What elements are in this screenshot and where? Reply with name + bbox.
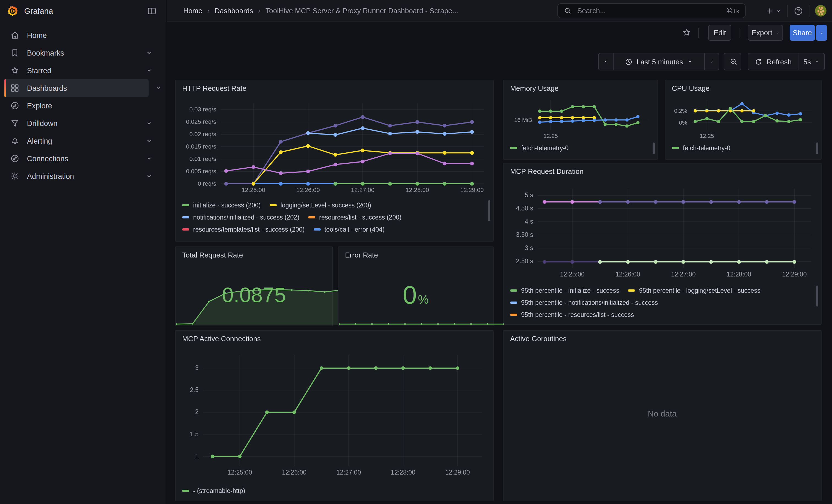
time-range-picker[interactable]: Last 5 minutes bbox=[613, 53, 704, 70]
panel-title[interactable]: CPU Usage bbox=[672, 84, 709, 92]
sidebar-item-label: Starred bbox=[27, 66, 51, 75]
svg-text:0.02 req/s: 0.02 req/s bbox=[189, 131, 216, 137]
legend-item[interactable]: resources/list - success (200) bbox=[308, 214, 401, 221]
sidebar-item-administration[interactable]: Administration bbox=[4, 167, 161, 185]
legend-item[interactable]: tools/call - error (404) bbox=[313, 226, 385, 233]
chart-legend: fetch-telemetry-0 bbox=[672, 142, 813, 155]
panel-active-goroutines: Active Goroutines No data bbox=[503, 330, 822, 501]
breadcrumb-item[interactable]: Dashboards bbox=[215, 7, 253, 15]
legend-scrollbar[interactable] bbox=[816, 142, 818, 154]
sidebar-item-connections[interactable]: Connections bbox=[4, 150, 161, 167]
legend-label: initialize - success (200) bbox=[193, 202, 261, 209]
panel-mcp-request-duration: MCP Request Duration 5 s4.50 s4 s3.50 s3… bbox=[503, 163, 822, 325]
bell-icon bbox=[9, 135, 20, 147]
sidebar-item-alerting[interactable]: Alerting bbox=[4, 132, 161, 150]
drilldown-icon bbox=[9, 118, 20, 129]
sidebar-header: Grafana bbox=[0, 0, 166, 22]
edit-button[interactable]: Edit bbox=[708, 25, 731, 41]
legend-scrollbar[interactable] bbox=[816, 286, 818, 307]
svg-text:12:27:00: 12:27:00 bbox=[351, 187, 374, 193]
breadcrumb-item[interactable]: Home bbox=[183, 7, 202, 15]
sidebar-item-label: Dashboards bbox=[27, 84, 67, 92]
legend-color-chip bbox=[510, 301, 517, 304]
panel-title[interactable]: Error Rate bbox=[345, 251, 378, 259]
help-icon[interactable] bbox=[794, 6, 803, 16]
time-forward-button[interactable] bbox=[704, 53, 719, 70]
breadcrumb: Home›Dashboards›ToolHive MCP Server & Pr… bbox=[183, 0, 458, 22]
legend-color-chip bbox=[269, 204, 277, 206]
chevron-down-icon[interactable] bbox=[154, 84, 163, 92]
time-back-button[interactable] bbox=[599, 53, 613, 70]
legend-color-chip bbox=[510, 147, 517, 149]
svg-text:12:25: 12:25 bbox=[700, 133, 714, 139]
chevron-down-icon[interactable] bbox=[145, 154, 154, 163]
sidebar-item-label: Bookmarks bbox=[27, 49, 64, 57]
export-button[interactable]: Export bbox=[748, 25, 783, 41]
panel-title[interactable]: MCP Request Duration bbox=[510, 167, 583, 176]
legend-color-chip bbox=[510, 314, 517, 316]
svg-text:12:28:00: 12:28:00 bbox=[406, 187, 429, 193]
svg-text:4.50 s: 4.50 s bbox=[516, 205, 533, 212]
legend-item[interactable]: resources/templates/list - success (200) bbox=[182, 226, 305, 233]
chevron-down-icon[interactable] bbox=[145, 136, 154, 145]
search-input[interactable] bbox=[576, 6, 726, 16]
panel-title[interactable]: Memory Usage bbox=[510, 84, 558, 92]
sidebar-item-explore[interactable]: Explore bbox=[4, 97, 161, 114]
legend-item[interactable]: 95th percentile - logging/setLevel - suc… bbox=[628, 287, 760, 294]
search-box[interactable]: ⌘+k bbox=[557, 3, 746, 18]
sidebar-item-bookmarks[interactable]: Bookmarks bbox=[4, 44, 161, 62]
chevron-down-icon[interactable] bbox=[145, 172, 154, 181]
plug-icon bbox=[9, 153, 20, 164]
legend-item[interactable]: logging/setLevel - success (200) bbox=[269, 202, 371, 209]
legend-item[interactable]: notifications/initialized - success (202… bbox=[182, 214, 300, 221]
sidebar-item-starred[interactable]: Starred bbox=[4, 62, 161, 79]
legend-color-chip bbox=[510, 289, 517, 292]
panel-title[interactable]: Total Request Rate bbox=[182, 251, 243, 259]
svg-text:12:26:00: 12:26:00 bbox=[296, 187, 320, 193]
chevron-down-icon[interactable] bbox=[145, 66, 154, 75]
zoom-out-button[interactable] bbox=[724, 53, 741, 71]
legend-color-chip bbox=[628, 289, 635, 292]
sidebar-item-dashboards[interactable]: Dashboards bbox=[4, 79, 149, 97]
panel-title[interactable]: HTTP Request Rate bbox=[182, 84, 246, 92]
search-icon bbox=[564, 7, 572, 15]
bookmark-icon bbox=[9, 47, 20, 58]
share-button[interactable]: Share bbox=[790, 25, 815, 41]
panel-title[interactable]: MCP Active Connections bbox=[182, 335, 261, 343]
svg-text:3.50 s: 3.50 s bbox=[516, 231, 533, 238]
chevron-down-icon[interactable] bbox=[145, 48, 154, 57]
topbar: Home›Dashboards›ToolHive MCP Server & Pr… bbox=[167, 0, 832, 22]
svg-text:12:29:00: 12:29:00 bbox=[445, 469, 470, 476]
panel-title[interactable]: Active Goroutines bbox=[510, 335, 567, 343]
svg-text:0 req/s: 0 req/s bbox=[198, 180, 216, 187]
panel-toggle-icon[interactable] bbox=[145, 4, 159, 18]
sidebar-item-home[interactable]: Home bbox=[4, 26, 161, 44]
legend-item[interactable]: - (streamable-http) bbox=[182, 487, 245, 494]
refresh-interval-select[interactable]: 5s bbox=[798, 53, 824, 70]
legend-item[interactable]: fetch-telemetry-0 bbox=[672, 145, 730, 151]
legend-scrollbar[interactable] bbox=[653, 142, 655, 154]
legend-item[interactable]: fetch-telemetry-0 bbox=[510, 145, 569, 151]
stat-value: 0 bbox=[403, 280, 417, 310]
star-icon bbox=[9, 65, 20, 76]
legend-item[interactable]: 95th percentile - notifications/initiali… bbox=[510, 299, 658, 306]
legend-color-chip bbox=[672, 147, 679, 149]
chevron-down-icon bbox=[815, 58, 820, 65]
avatar[interactable] bbox=[815, 5, 827, 17]
legend-item[interactable]: 95th percentile - resources/list - succe… bbox=[510, 312, 634, 318]
svg-text:0.2%: 0.2% bbox=[674, 108, 687, 114]
add-button[interactable] bbox=[765, 6, 782, 15]
legend-scrollbar[interactable] bbox=[488, 200, 490, 221]
chevron-down-icon bbox=[820, 29, 824, 36]
favorite-star-icon[interactable] bbox=[680, 26, 693, 39]
legend-item[interactable]: 95th percentile - initialize - success bbox=[510, 287, 619, 294]
refresh-icon bbox=[754, 57, 763, 66]
sidebar-item-drilldown[interactable]: Drilldown bbox=[4, 114, 161, 132]
share-menu-button[interactable] bbox=[816, 25, 827, 41]
apps-icon bbox=[9, 82, 20, 94]
svg-text:5 s: 5 s bbox=[525, 191, 533, 198]
legend-item[interactable]: initialize - success (200) bbox=[182, 202, 261, 209]
refresh-button[interactable]: Refresh bbox=[748, 53, 798, 70]
chevron-down-icon[interactable] bbox=[145, 119, 154, 128]
svg-text:0.015 req/s: 0.015 req/s bbox=[186, 143, 216, 150]
